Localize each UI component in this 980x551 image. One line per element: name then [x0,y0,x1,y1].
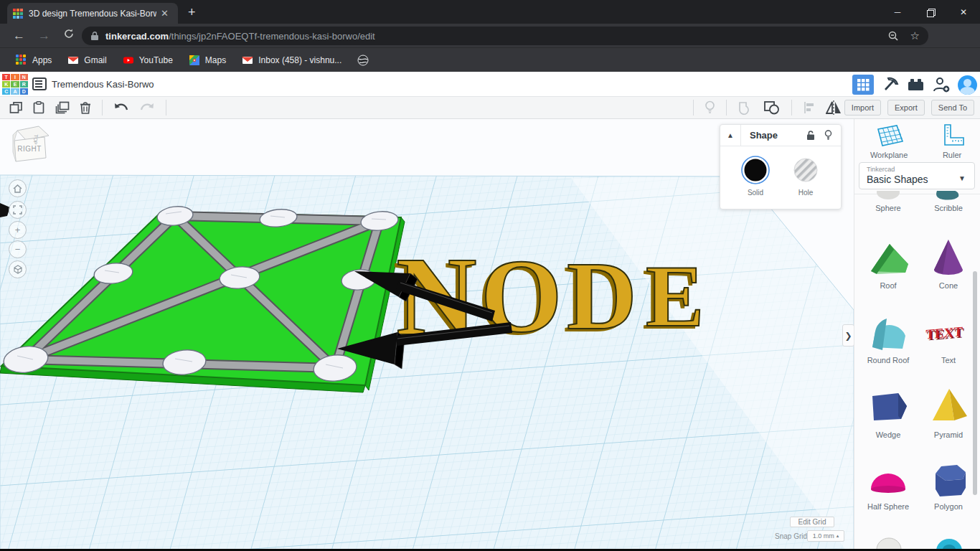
reload-icon [63,28,75,39]
snap-grid-dropdown[interactable]: 1.0 mm ▴ [807,530,844,542]
home-view-button[interactable] [9,179,27,197]
bookmarks-bar: Apps Gmail YouTube Maps Inbox (458) - vi… [0,47,980,72]
chevron-down-icon: ▼ [958,174,966,182]
address-bar[interactable]: tinkercad.com/things/jp2nFAOEQTf-tremend… [82,27,928,45]
import-button[interactable]: Import [844,100,881,116]
delete-button[interactable] [80,101,91,114]
perspective-cube-icon [13,265,23,274]
sphere-thumb-icon [868,191,908,202]
shape-item-cone[interactable]: Cone [918,235,979,290]
partial-shape-icon[interactable] [929,534,969,550]
svg-text:D: D [567,242,637,349]
home-icon [13,184,22,193]
sidebar-scrollbar[interactable] [973,271,977,495]
back-button[interactable]: ← [13,29,25,43]
zoom-page-icon[interactable] [887,30,899,42]
maps-icon [189,55,200,66]
edit-grid-button[interactable]: Edit Grid [790,517,834,527]
shape-item-sphere[interactable]: Sphere [858,191,918,212]
bookmark-inbox[interactable]: Inbox (458) - vishnu... [242,55,341,66]
fit-view-button[interactable] [9,201,27,219]
copy-button[interactable] [9,101,22,114]
svg-text:E: E [646,248,704,344]
pyramid-thumb-icon [925,385,971,429]
minecraft-pickaxe-icon[interactable] [881,75,900,94]
shape-library-dropdown[interactable]: Tinkercad Basic Shapes ▼ [859,162,975,189]
new-tab-button[interactable]: + [188,6,196,19]
ungroup-button[interactable] [763,100,781,115]
align-button[interactable] [803,101,816,114]
shape-item-scribble[interactable]: Scribble [918,191,979,212]
mirror-button[interactable] [826,100,842,115]
zoom-out-button[interactable]: − [9,240,27,258]
paste-button[interactable] [32,101,45,114]
perspective-toggle-button[interactable] [9,260,27,278]
group-button[interactable] [738,100,753,115]
solid-swatch-icon [741,156,770,184]
url-path: /things/jp2nFAOEQTf-tremendous-kasi-borw… [169,31,375,42]
hole-swatch-icon [791,156,820,184]
workplane-tool[interactable]: Workplane [870,123,908,159]
hole-option[interactable]: Hole [791,156,820,197]
shape-item-pyramid[interactable]: Pyramid [918,385,979,439]
shape-item-half-sphere[interactable]: Half Sphere [858,456,918,511]
duplicate-button[interactable] [55,101,70,114]
export-button[interactable]: Export [887,100,925,116]
browser-tab[interactable]: 3D design Tremendous Kasi-Borw ✕ [7,3,178,24]
partial-shape-icon[interactable] [869,534,909,550]
shape-inspector-panel: ▲ Shape Solid [720,124,842,209]
gmail-icon [67,55,79,66]
round-roof-thumb-icon [865,310,911,354]
reload-button[interactable] [63,28,75,43]
tinkercad-app-window: 3D design Tremendous Kasi-Borw ✕ + ─ ✕ ←… [0,0,980,551]
bookmark-maps[interactable]: Maps [189,55,226,66]
restore-button[interactable] [914,0,947,24]
send-to-button[interactable]: Send To [931,100,974,116]
wedge-thumb-icon [865,385,911,429]
shape-item-round-roof[interactable]: Round Roof [858,310,918,364]
close-button[interactable]: ✕ [947,0,980,24]
unlock-icon[interactable] [806,130,816,141]
bookmark-gmail[interactable]: Gmail [67,55,106,66]
snap-caret-icon: ▴ [837,533,839,539]
undo-button[interactable] [113,102,129,113]
text-thumb-icon: TEXT TEXT [925,310,971,354]
shape-item-polygon[interactable]: Polygon [918,456,979,511]
invite-person-icon[interactable] [932,76,951,93]
bookmark-site[interactable] [357,55,369,66]
hide-bulb-icon[interactable] [824,130,832,141]
view-cube[interactable]: TOP RIGHT [10,125,55,164]
sidebar-toggle-button[interactable]: ❯ [842,324,854,347]
tab-close-icon[interactable]: ✕ [161,8,169,19]
shape-item-roof[interactable]: Roof [858,235,918,290]
bookmark-apps[interactable]: Apps [16,55,52,66]
bookmark-star-icon[interactable]: ☆ [910,29,920,42]
zoom-in-button[interactable]: + [9,221,27,239]
show-all-button[interactable] [705,100,715,115]
design-title[interactable]: Tremendous Kasi-Borwo [52,79,154,90]
bookmark-youtube[interactable]: YouTube [123,55,173,66]
redo-button[interactable] [139,102,155,113]
blocks-mode-button[interactable] [852,75,874,95]
forward-button[interactable]: → [38,29,50,43]
tinkercad-favicon [13,9,23,19]
roof-thumb-icon [865,235,911,280]
design-canvas[interactable]: N O D E N O D E [0,119,854,551]
workplane-icon [874,123,904,148]
solid-option[interactable]: Solid [741,156,770,197]
browser-toolbar: ← → tinkercad.com/things/jp2nFAOEQTf-tre… [0,24,980,47]
profile-avatar[interactable] [958,75,977,95]
design-menu-icon[interactable] [32,77,47,90]
youtube-icon [123,55,134,66]
tinkercad-logo[interactable]: T I N K E R C A D [2,74,28,95]
lock-icon [90,31,99,41]
panel-collapse-icon[interactable]: ▲ [720,125,741,146]
lego-brick-icon[interactable] [907,77,925,93]
url-domain: tinkercad.com [105,31,169,42]
inspector-title: Shape [750,130,806,141]
shape-item-text[interactable]: TEXT TEXT Text [918,310,979,364]
ruler-tool[interactable]: Ruler [939,123,965,159]
shape-item-wedge[interactable]: Wedge [858,385,918,439]
grid-icon [857,79,870,91]
minimize-button[interactable]: ─ [881,0,914,24]
